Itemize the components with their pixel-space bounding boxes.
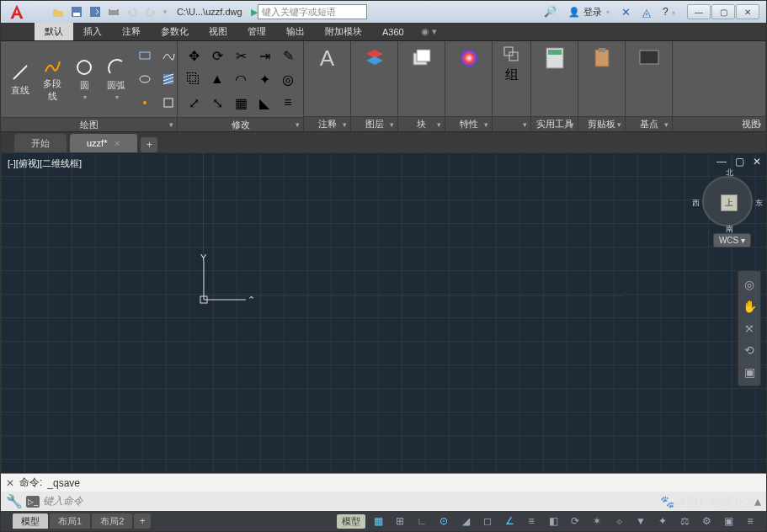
move-icon[interactable]: ✥ xyxy=(183,45,205,66)
tab-insert[interactable]: 插入 xyxy=(73,23,112,40)
align-icon[interactable]: ≡ xyxy=(277,92,299,114)
sign-in-button[interactable]: 👤登录▾ xyxy=(568,6,610,19)
extend-icon[interactable]: ⇥ xyxy=(253,45,275,66)
status-ortho-icon[interactable]: ∟ xyxy=(413,513,431,529)
scale-icon[interactable]: ⤡ xyxy=(206,92,228,114)
cmd-close-icon[interactable]: ✕ xyxy=(6,477,14,489)
status-dynducs-icon[interactable]: ⟐ xyxy=(610,513,628,529)
panel-properties[interactable]: 特性▾ xyxy=(445,41,493,131)
status-annoscale-icon[interactable]: ⚖ xyxy=(675,513,694,529)
tab-focus-icon[interactable]: ◉ ▾ xyxy=(416,23,442,40)
open-icon[interactable] xyxy=(50,3,67,20)
layout-model[interactable]: 模型 xyxy=(13,513,48,529)
maximize-button[interactable]: ▢ xyxy=(711,4,735,19)
wheel-icon[interactable]: ◎ xyxy=(741,276,758,293)
stretch-icon[interactable]: ⤢ xyxy=(183,92,205,114)
wcs-badge[interactable]: WCS ▾ xyxy=(713,233,751,247)
ellipse-icon[interactable] xyxy=(134,68,156,90)
view-cube[interactable]: 上 北 南 西 东 xyxy=(702,176,753,226)
copy-icon[interactable]: ⿻ xyxy=(183,68,205,90)
panel-utilities[interactable]: 实用工具▾ xyxy=(531,41,578,131)
panel-group[interactable]: 组 ▾ xyxy=(493,41,531,131)
status-snap-icon[interactable]: ⊞ xyxy=(391,513,409,529)
undo-icon[interactable] xyxy=(124,3,141,20)
region-icon[interactable] xyxy=(157,92,179,114)
vp-restore-icon[interactable]: ▢ xyxy=(735,156,744,168)
layout-2[interactable]: 布局2 xyxy=(92,513,132,529)
trim-icon[interactable]: ✂ xyxy=(230,45,252,66)
status-cycling-icon[interactable]: ⟳ xyxy=(566,513,584,529)
vp-close-icon[interactable]: ✕ xyxy=(753,156,761,168)
rectangle-icon[interactable] xyxy=(134,45,156,66)
rotate-icon[interactable]: ⟳ xyxy=(206,45,228,66)
chamfer-icon[interactable]: ◣ xyxy=(253,92,275,114)
status-iso-icon[interactable]: ◢ xyxy=(456,513,475,529)
tab-add-button[interactable]: + xyxy=(141,137,157,152)
point-icon[interactable] xyxy=(134,92,156,114)
status-workspace-icon[interactable]: ⚙ xyxy=(697,513,716,529)
a360-icon[interactable]: ◬ xyxy=(642,6,651,19)
panel-base[interactable]: 基点▾ xyxy=(626,41,673,131)
layout-add-button[interactable]: + xyxy=(134,513,151,529)
drawing-area[interactable]: [-][俯视][二维线框] — ▢ ✕ Y⌃ 上 北 南 西 东 WCS ▾ ◎… xyxy=(1,152,766,473)
showmotion-icon[interactable]: ▣ xyxy=(741,364,758,380)
layout-1[interactable]: 布局1 xyxy=(50,513,90,529)
arc-button[interactable]: 圆弧▾ xyxy=(102,56,130,103)
viewport-label[interactable]: [-][俯视][二维线框] xyxy=(8,157,82,170)
line-button[interactable]: 直线 xyxy=(6,61,35,98)
infocenter-search-icon[interactable]: 🔎 xyxy=(544,6,557,18)
app-menu-button[interactable] xyxy=(8,3,26,21)
panel-annotate[interactable]: A 注释▾ xyxy=(304,41,351,131)
search-input[interactable]: 键入关键字或短语 xyxy=(258,4,367,19)
new-icon[interactable] xyxy=(31,3,48,20)
zoom-extents-icon[interactable]: ⤧ xyxy=(741,320,758,337)
mirror-icon[interactable]: ▲ xyxy=(206,68,228,90)
polyline-button[interactable]: 多段线 xyxy=(38,54,67,104)
tab-addins[interactable]: 附加模块 xyxy=(315,23,372,40)
panel-layer[interactable]: 图层▾ xyxy=(351,41,398,131)
hatch-icon[interactable] xyxy=(157,68,179,90)
vp-minimize-icon[interactable]: — xyxy=(716,156,727,168)
exchange-icon[interactable]: ✕ xyxy=(621,6,631,19)
tab-a360[interactable]: A360 xyxy=(372,23,414,40)
pan-icon[interactable]: ✋ xyxy=(741,298,758,315)
offset-icon[interactable]: ◎ xyxy=(277,68,299,90)
help-icon[interactable]: ? ▾ xyxy=(663,6,675,18)
erase-icon[interactable]: ✎ xyxy=(277,45,299,66)
tab-parametric[interactable]: 参数化 xyxy=(151,23,199,40)
qat-dropdown-icon[interactable]: ▼ xyxy=(162,8,168,16)
redo-icon[interactable] xyxy=(142,3,159,20)
explode-icon[interactable]: ✦ xyxy=(253,68,275,90)
status-lineweight-icon[interactable]: ≡ xyxy=(522,513,541,529)
tab-view[interactable]: 视图 xyxy=(199,23,237,40)
saveas-icon[interactable] xyxy=(87,3,104,20)
tab-file[interactable]: uzzf*✕ xyxy=(70,134,137,152)
tab-manage[interactable]: 管理 xyxy=(237,23,276,40)
cmd-recent-icon[interactable]: ▴ xyxy=(754,493,761,509)
status-model-button[interactable]: 模型 xyxy=(337,514,365,529)
status-otrack-icon[interactable]: ∠ xyxy=(500,513,519,529)
status-cleanscreen-icon[interactable]: ▣ xyxy=(719,513,738,529)
cmd-customize-icon[interactable]: 🔧 xyxy=(6,493,23,509)
tab-annotate[interactable]: 注释 xyxy=(112,23,151,40)
tab-output[interactable]: 输出 xyxy=(276,23,315,40)
status-osnap-icon[interactable]: ◻ xyxy=(478,513,497,529)
tab-close-icon[interactable]: ✕ xyxy=(114,139,120,148)
save-icon[interactable] xyxy=(68,3,85,20)
status-selfilter-icon[interactable]: ▼ xyxy=(631,513,650,529)
panel-block[interactable]: 块▾ xyxy=(398,41,445,131)
minimize-button[interactable]: — xyxy=(687,4,711,19)
spline-icon[interactable] xyxy=(157,45,179,66)
orbit-icon[interactable]: ⟲ xyxy=(741,342,758,359)
status-custom-icon[interactable]: ≡ xyxy=(741,513,759,529)
status-transparency-icon[interactable]: ◧ xyxy=(544,513,562,529)
close-button[interactable]: ✕ xyxy=(736,4,759,19)
panel-clipboard[interactable]: 剪贴板▾ xyxy=(578,41,626,131)
status-polar-icon[interactable]: ⊙ xyxy=(434,513,453,529)
tab-start[interactable]: 开始 xyxy=(14,134,67,152)
status-3dosnap-icon[interactable]: ✶ xyxy=(588,513,606,529)
plot-icon[interactable] xyxy=(105,3,122,20)
circle-button[interactable]: 圆▾ xyxy=(70,56,99,103)
command-input[interactable]: 键入命令 xyxy=(43,494,751,508)
array-icon[interactable]: ▦ xyxy=(230,92,252,114)
